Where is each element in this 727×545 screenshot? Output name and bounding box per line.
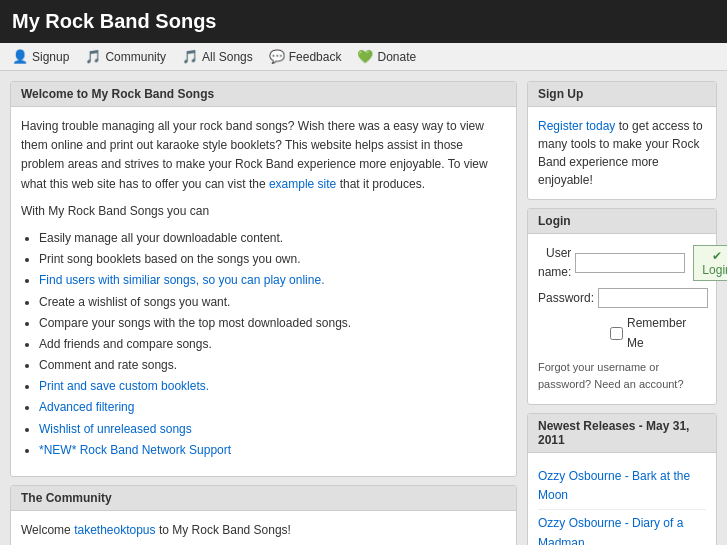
password-input[interactable]	[598, 288, 708, 308]
main-content: Welcome to My Rock Band Songs Having tro…	[10, 81, 517, 545]
nav-item-donate[interactable]: 💚 Donate	[357, 49, 416, 64]
newest-releases-list: Ozzy Osbourne - Bark at the Moon Ozzy Os…	[538, 463, 706, 545]
page-title: My Rock Band Songs	[12, 10, 715, 33]
community-panel-body: Welcome taketheoktopus to My Rock Band S…	[11, 511, 516, 545]
feature-link[interactable]: Print and save custom booklets.	[39, 379, 209, 393]
list-item: Ozzy Osbourne - Diary of a Madman	[538, 510, 706, 545]
signup-panel-body: Register today to get access to many too…	[528, 107, 716, 199]
donate-icon: 💚	[357, 49, 373, 64]
list-item: Ozzy Osbourne - Bark at the Moon	[538, 463, 706, 510]
feature-item: Add friends and compare songs.	[39, 335, 506, 354]
nav-item-allsongs[interactable]: 🎵 All Songs	[182, 49, 253, 64]
feature-item: Wishlist of unreleased songs	[39, 420, 506, 439]
remember-me-checkbox[interactable]	[610, 327, 623, 340]
nav-item-community[interactable]: 🎵 Community	[85, 49, 166, 64]
nav-bar: 👤 Signup 🎵 Community 🎵 All Songs 💬 Feedb…	[0, 43, 727, 71]
feature-link[interactable]: Advanced filtering	[39, 400, 134, 414]
feature-item: Print and save custom booklets.	[39, 377, 506, 396]
forgot-password-text: Forgot your username or password? Need a…	[538, 359, 706, 394]
feature-item: Advanced filtering	[39, 398, 506, 417]
signup-icon: 👤	[12, 49, 28, 64]
welcome-panel-body: Having trouble managing all your rock ba…	[11, 107, 516, 476]
login-panel-header: Login	[528, 209, 716, 234]
feature-item: Compare your songs with the top most dow…	[39, 314, 506, 333]
community-panel: The Community Welcome taketheoktopus to …	[10, 485, 517, 545]
remember-row: Remember Me	[610, 314, 706, 352]
release-link[interactable]: Ozzy Osbourne - Bark at the Moon	[538, 469, 690, 502]
nav-label-allsongs: All Songs	[202, 50, 253, 64]
nav-label-donate: Donate	[377, 50, 416, 64]
sidebar: Sign Up Register today to get access to …	[527, 81, 717, 545]
login-panel-body: User name: ✔ Login Password: Remember Me	[528, 234, 716, 404]
community-icon: 🎵	[85, 49, 101, 64]
nav-label-community: Community	[105, 50, 166, 64]
password-row: Password:	[538, 288, 706, 308]
nav-item-signup[interactable]: 👤 Signup	[12, 49, 69, 64]
release-link[interactable]: Ozzy Osbourne - Diary of a Madman	[538, 516, 683, 545]
community-user-link[interactable]: taketheoktopus	[74, 523, 155, 537]
feature-link[interactable]: *NEW* Rock Band Network Support	[39, 443, 231, 457]
welcome-intro: Having trouble managing all your rock ba…	[21, 117, 506, 194]
signup-panel: Sign Up Register today to get access to …	[527, 81, 717, 200]
feature-item: Comment and rate songs.	[39, 356, 506, 375]
signup-panel-header: Sign Up	[528, 82, 716, 107]
newest-releases-body: Ozzy Osbourne - Bark at the Moon Ozzy Os…	[528, 453, 716, 545]
feature-item: Print song booklets based on the songs y…	[39, 250, 506, 269]
feature-list: Easily manage all your downloadable cont…	[39, 229, 506, 460]
community-panel-header: The Community	[11, 486, 516, 511]
welcome-panel: Welcome to My Rock Band Songs Having tro…	[10, 81, 517, 477]
feature-item: Find users with similiar songs, so you c…	[39, 271, 506, 290]
feedback-icon: 💬	[269, 49, 285, 64]
feature-link[interactable]: Find users with similiar songs, so you c…	[39, 273, 324, 287]
login-panel: Login User name: ✔ Login Password:	[527, 208, 717, 405]
allsongs-icon: 🎵	[182, 49, 198, 64]
nav-label-signup: Signup	[32, 50, 69, 64]
nav-label-feedback: Feedback	[289, 50, 342, 64]
newest-releases-header: Newest Releases - May 31, 2011	[528, 414, 716, 453]
username-label: User name:	[538, 244, 571, 282]
community-welcome: Welcome taketheoktopus to My Rock Band S…	[21, 521, 506, 540]
welcome-panel-header: Welcome to My Rock Band Songs	[11, 82, 516, 107]
remember-label: Remember Me	[627, 314, 706, 352]
register-today-link[interactable]: Register today	[538, 119, 615, 133]
username-row: User name: ✔ Login	[538, 244, 706, 282]
username-input[interactable]	[575, 253, 685, 273]
nav-item-feedback[interactable]: 💬 Feedback	[269, 49, 342, 64]
login-button[interactable]: ✔ Login	[693, 245, 727, 281]
password-label: Password:	[538, 289, 594, 308]
feature-item: *NEW* Rock Band Network Support	[39, 441, 506, 460]
header: My Rock Band Songs	[0, 0, 727, 43]
feature-item: Create a wishlist of songs you want.	[39, 293, 506, 312]
with-label: With My Rock Band Songs you can	[21, 202, 506, 221]
feature-link[interactable]: Wishlist of unreleased songs	[39, 422, 192, 436]
feature-item: Easily manage all your downloadable cont…	[39, 229, 506, 248]
example-site-link[interactable]: example site	[269, 177, 336, 191]
newest-releases-panel: Newest Releases - May 31, 2011 Ozzy Osbo…	[527, 413, 717, 545]
